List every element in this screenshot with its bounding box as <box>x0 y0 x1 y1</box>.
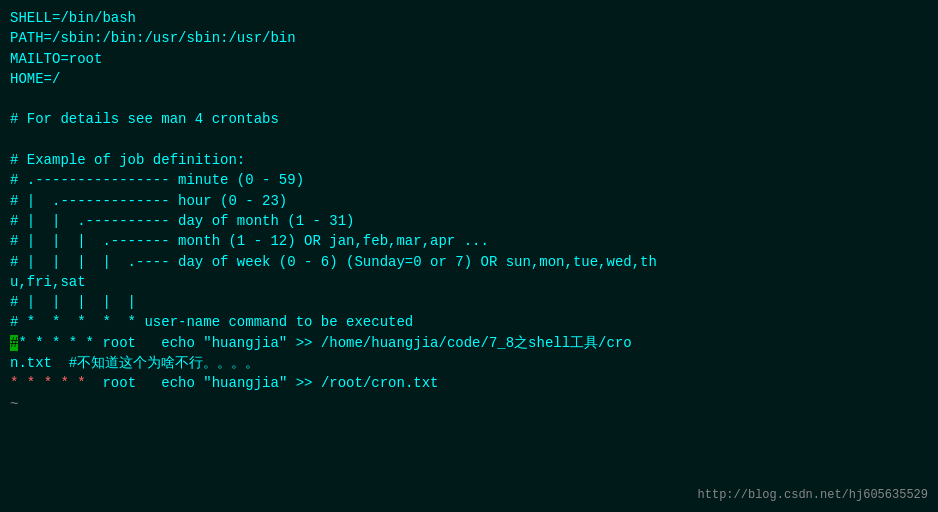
blog-url: http://blog.csdn.net/hj605635529 <box>698 488 928 502</box>
line-9: # .---------------- minute (0 - 59) <box>10 170 928 190</box>
line-18-comment: #不知道这个为啥不行。。。。 <box>69 355 259 371</box>
line-13: # | | | | .---- day of week (0 - 6) (Sun… <box>10 252 928 272</box>
line-18: n.txt #不知道这个为啥不行。。。。 <box>10 353 928 373</box>
tilde-char: ~ <box>10 396 18 412</box>
line-19: * * * * * root echo "huangjia" >> /root/… <box>10 373 928 393</box>
line-17-cyan: * * * * * root echo "huangjia" >> /home/… <box>18 335 631 351</box>
line-19-star3: * <box>44 375 52 391</box>
line-15: # | | | | | <box>10 292 928 312</box>
line-tilde: ~ <box>10 394 928 414</box>
line-14: u,fri,sat <box>10 272 928 292</box>
line-12: # | | | .------- month (1 - 12) OR jan,f… <box>10 231 928 251</box>
line-19-star5: * <box>77 375 85 391</box>
line-19-rest: root echo "huangjia" >> /root/cron.txt <box>86 375 439 391</box>
line-10: # | .------------- hour (0 - 23) <box>10 191 928 211</box>
line-17: #* * * * * root echo "huangjia" >> /home… <box>10 333 928 353</box>
line-blank-2 <box>10 130 928 150</box>
line-18-space <box>52 355 69 371</box>
line-1: SHELL=/bin/bash <box>10 8 928 28</box>
line-blank-1 <box>10 89 928 109</box>
line-19-space1 <box>18 375 26 391</box>
line-18-path: n.txt <box>10 355 52 371</box>
line-16: # * * * * * user-name command to be exec… <box>10 312 928 332</box>
line-19-space2 <box>35 375 43 391</box>
line-8: # Example of job definition: <box>10 150 928 170</box>
line-19-star4: * <box>60 375 68 391</box>
line-3: MAILTO=root <box>10 49 928 69</box>
terminal: SHELL=/bin/bash PATH=/sbin:/bin:/usr/sbi… <box>0 0 938 512</box>
line-6: # For details see man 4 crontabs <box>10 109 928 129</box>
url-bar: http://blog.csdn.net/hj605635529 <box>698 484 928 504</box>
line-19-star2: * <box>27 375 35 391</box>
line-4: HOME=/ <box>10 69 928 89</box>
line-19-space4 <box>69 375 77 391</box>
line-2: PATH=/sbin:/bin:/usr/sbin:/usr/bin <box>10 28 928 48</box>
line-11: # | | .---------- day of month (1 - 31) <box>10 211 928 231</box>
